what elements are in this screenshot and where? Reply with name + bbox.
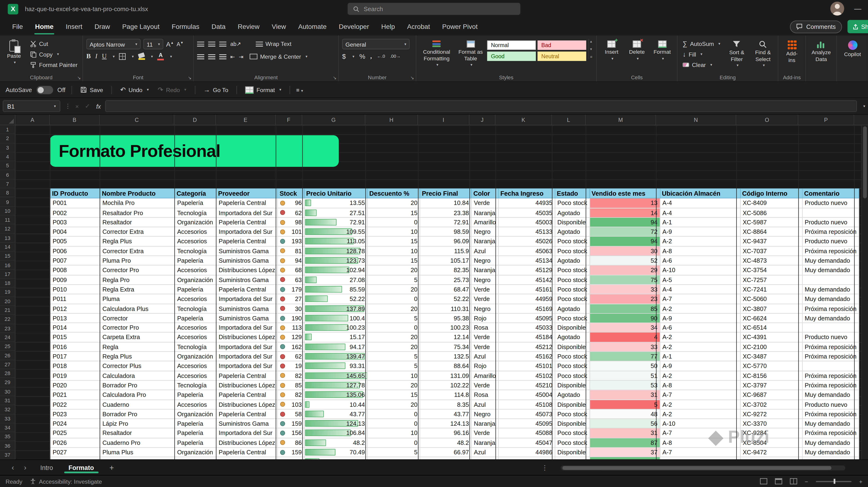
cell[interactable]: XC-3370: [740, 419, 802, 429]
cell[interactable]: Muy demandado: [802, 390, 859, 400]
cell-vendido[interactable]: 94: [590, 218, 660, 227]
cell[interactable]: 98.59: [420, 227, 472, 237]
cell[interactable]: XC-3702: [740, 400, 802, 409]
cell[interactable]: 96.16: [420, 428, 472, 438]
cell[interactable]: A-7: [660, 390, 740, 400]
cell[interactable]: Distribuciones López: [216, 380, 278, 390]
cell[interactable]: Cuaderno Pro: [100, 438, 175, 448]
cell[interactable]: XC-8409: [740, 198, 802, 208]
cell[interactable]: Regla Plus: [100, 352, 175, 361]
cell-precio-unitario[interactable]: 124.13: [304, 419, 367, 429]
cell-precio-unitario[interactable]: 145.65: [304, 371, 367, 380]
cell[interactable]: 20: [367, 284, 420, 294]
cell[interactable]: Papelería: [175, 428, 216, 438]
cell[interactable]: 45134: [498, 256, 555, 265]
cell[interactable]: P007: [50, 256, 100, 265]
cell[interactable]: Verde: [471, 284, 498, 294]
cell[interactable]: 10: [367, 227, 420, 237]
row-header-14[interactable]: 14: [0, 242, 15, 252]
cell-precio-unitario[interactable]: 15.17: [304, 333, 367, 342]
column-header-M[interactable]: M: [586, 115, 656, 125]
cell[interactable]: A-6: [660, 256, 740, 265]
insert-cells-button[interactable]: Insert▾: [599, 39, 624, 61]
table-header[interactable]: Proveedor: [216, 189, 278, 198]
cell[interactable]: Borrador Pro: [100, 380, 175, 390]
cell-stock[interactable]: 113: [278, 323, 304, 333]
row-header-20[interactable]: 20: [0, 297, 15, 306]
cell-precio-unitario[interactable]: 33.36: [304, 457, 367, 460]
table-header[interactable]: Ubicación Almacén: [660, 189, 740, 198]
font-family-select[interactable]: Aptos Narrow▾: [86, 39, 141, 49]
column-header-N[interactable]: N: [656, 115, 736, 125]
cell-stock[interactable]: 85: [278, 380, 304, 390]
cell[interactable]: Accesorios: [175, 333, 216, 342]
cell-vendido[interactable]: 92: [590, 457, 660, 460]
cell[interactable]: XC-8156: [740, 371, 802, 380]
cell-vendido[interactable]: 33: [590, 342, 660, 352]
cell[interactable]: A-8: [660, 438, 740, 448]
cell-style-bad[interactable]: Bad: [537, 40, 586, 50]
row-header-8[interactable]: 8: [0, 189, 15, 197]
cell[interactable]: P019: [50, 371, 100, 380]
cell[interactable]: Importadora del Sur: [216, 428, 278, 438]
column-header-F[interactable]: F: [276, 115, 302, 125]
cell[interactable]: 45095: [498, 419, 555, 429]
cell[interactable]: 26.69: [420, 457, 472, 460]
cell[interactable]: 45212: [498, 342, 555, 352]
cell[interactable]: Producto nuevo: [802, 237, 859, 246]
cell[interactable]: Agotado: [555, 227, 590, 237]
row-header-4[interactable]: 4: [0, 152, 15, 162]
paste-button[interactable]: Paste▾: [3, 39, 25, 65]
cell[interactable]: Calculadora: [100, 371, 175, 380]
cell[interactable]: Rojo: [471, 361, 498, 371]
table-header[interactable]: Precio Unitario: [304, 189, 367, 198]
cell[interactable]: Negro: [471, 409, 498, 419]
next-sheet-icon[interactable]: ›: [20, 463, 30, 471]
cell[interactable]: 45063: [498, 246, 555, 256]
cell[interactable]: P003: [50, 218, 100, 227]
cell[interactable]: Distribuciones López: [216, 400, 278, 409]
cell[interactable]: Rosa: [471, 457, 498, 460]
font-size-select[interactable]: 11▾: [144, 39, 163, 49]
formula-bar-expand-icon[interactable]: ▾: [863, 104, 865, 108]
cell[interactable]: Poco stock: [555, 361, 590, 371]
cell-precio-unitario[interactable]: 13.55: [304, 198, 367, 208]
cancel-icon[interactable]: ×: [75, 103, 79, 109]
cell[interactable]: Disponible: [555, 218, 590, 227]
cell[interactable]: Verde: [471, 380, 498, 390]
cell[interactable]: Importadora del Sur: [216, 227, 278, 237]
cell[interactable]: [802, 361, 859, 371]
row-header-11[interactable]: 11: [0, 216, 15, 225]
clear-button[interactable]: Clear▾: [680, 60, 723, 70]
analyze-data-button[interactable]: Analyze Data: [809, 39, 834, 62]
cell-stock[interactable]: 101: [278, 227, 304, 237]
cell[interactable]: XC-4873: [740, 256, 802, 265]
cell[interactable]: Muy demandado: [802, 256, 859, 265]
page-break-view-icon[interactable]: [790, 478, 797, 484]
menu-developer[interactable]: Developer: [333, 19, 375, 34]
cell[interactable]: Distribuciones López: [216, 457, 278, 460]
cell[interactable]: XC-3797: [740, 380, 802, 390]
cell[interactable]: Importadora del Sur: [216, 361, 278, 371]
cell[interactable]: A-2: [660, 400, 740, 409]
cell[interactable]: 0: [367, 409, 420, 419]
cell[interactable]: Distribuciones López: [216, 265, 278, 275]
row-header-27[interactable]: 27: [0, 360, 15, 369]
number-format-select[interactable]: General▾: [342, 39, 410, 49]
cell[interactable]: Agotado: [555, 390, 590, 400]
cell[interactable]: Próxima reposición: [802, 352, 859, 361]
cell[interactable]: Suministros Gama: [216, 246, 278, 256]
cell[interactable]: 52.22: [420, 294, 472, 304]
row-header-2[interactable]: 2: [0, 134, 15, 143]
vertical-scrollbar[interactable]: [861, 125, 868, 459]
cell[interactable]: Papelería Central: [216, 390, 278, 400]
cell[interactable]: 45026: [498, 237, 555, 246]
row-header-29[interactable]: 29: [0, 378, 15, 387]
orientation-icon[interactable]: ab↗: [230, 41, 241, 47]
insert-function-icon[interactable]: fx: [96, 103, 101, 109]
row-header-24[interactable]: 24: [0, 333, 15, 342]
cell[interactable]: Disponible: [555, 380, 590, 390]
cell[interactable]: Importadora del Sur: [216, 294, 278, 304]
cell[interactable]: Rosa: [471, 390, 498, 400]
cell[interactable]: Importadora del Sur: [216, 323, 278, 333]
